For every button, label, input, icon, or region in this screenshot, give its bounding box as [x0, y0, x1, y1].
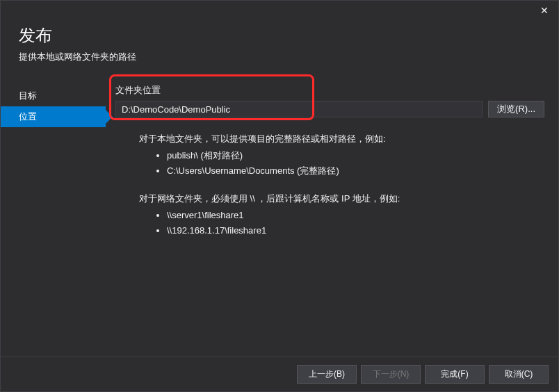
sidebar-item-label: 位置 — [19, 111, 37, 122]
help-local-intro: 对于本地文件夹，可以提供项目的完整路径或相对路径，例如: — [139, 131, 544, 147]
titlebar: ✕ — [1, 1, 558, 20]
list-item: C:\Users\Username\Documents (完整路径) — [167, 163, 544, 179]
finish-button[interactable]: 完成(F) — [425, 365, 485, 384]
folder-label: 文件夹位置 — [115, 84, 544, 97]
sidebar-item-label: 目标 — [19, 90, 37, 101]
main-panel: 文件夹位置 浏览(R)... 对于本地文件夹，可以提供项目的完整路径或相对路径，… — [106, 73, 558, 252]
folder-path-input[interactable] — [115, 101, 483, 117]
cancel-button[interactable]: 取消(C) — [489, 365, 549, 384]
help-net-list: \\server1\fileshare1 \\192.168.1.17\file… — [139, 208, 544, 238]
page-title: 发布 — [19, 24, 540, 47]
folder-row: 浏览(R)... — [115, 101, 544, 117]
next-button: 下一步(N) — [361, 365, 421, 384]
sidebar-item-location[interactable]: 位置 — [1, 106, 106, 127]
help-net-intro: 对于网络文件夹，必须使用 \\ ，后跟计算机名称或 IP 地址，例如: — [139, 191, 544, 206]
header: 发布 提供本地或网络文件夹的路径 — [1, 20, 558, 73]
list-item: \\192.168.1.17\fileshare1 — [167, 223, 544, 238]
help-text: 对于本地文件夹，可以提供项目的完整路径或相对路径，例如: publish\ (相… — [115, 131, 544, 239]
close-icon: ✕ — [540, 5, 549, 16]
help-local-list: publish\ (相对路径) C:\Users\Username\Docume… — [139, 148, 544, 179]
back-button[interactable]: 上一步(B) — [297, 365, 357, 384]
sidebar: 目标 位置 — [1, 73, 106, 252]
browse-button[interactable]: 浏览(R)... — [488, 101, 544, 117]
page-subtitle: 提供本地或网络文件夹的路径 — [19, 51, 540, 63]
sidebar-item-target[interactable]: 目标 — [1, 85, 106, 106]
body: 目标 位置 文件夹位置 浏览(R)... 对于本地文件夹，可以提供项目的完整路径… — [1, 73, 558, 252]
list-item: publish\ (相对路径) — [167, 148, 544, 163]
close-button[interactable]: ✕ — [530, 1, 558, 20]
footer: 上一步(B) 下一步(N) 完成(F) 取消(C) — [1, 357, 558, 391]
list-item: \\server1\fileshare1 — [167, 208, 544, 223]
